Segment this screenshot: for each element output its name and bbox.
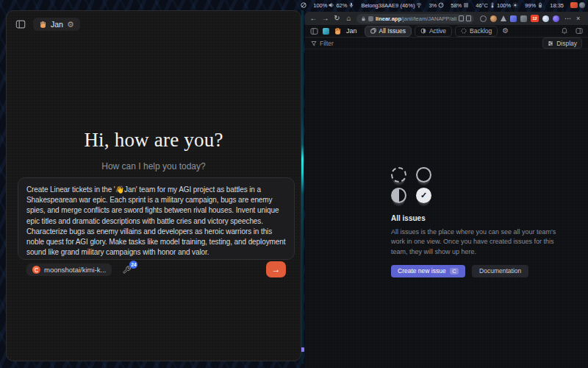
do-not-disturb-icon xyxy=(301,2,306,8)
display-options-button[interactable]: Display xyxy=(542,38,582,49)
temperature-indicator: 46°C 100% xyxy=(476,2,518,9)
documentation-button[interactable]: Documentation xyxy=(472,265,528,277)
empty-state-actions: Create new issue C Documentation xyxy=(391,265,588,277)
thermometer-icon xyxy=(490,2,495,8)
extension-icon-5[interactable] xyxy=(520,15,527,22)
memory-indicator: 58% xyxy=(451,2,469,9)
all-issues-icon xyxy=(370,28,376,34)
extension-icon-8[interactable] xyxy=(553,15,559,22)
model-provider-icon xyxy=(32,266,40,274)
linear-app: Jan All Issues Active Backlog ⚙ xyxy=(305,25,588,368)
create-new-issue-button[interactable]: Create new issue C xyxy=(391,265,465,277)
browser-reload-button[interactable]: ↻ xyxy=(333,15,341,22)
tab-all-issues[interactable]: All Issues xyxy=(365,26,412,37)
model-selector-button[interactable]: moonshotai/kimi-k... xyxy=(26,263,112,276)
mic-icon xyxy=(348,2,354,8)
empty-state-description: All issues is the place where you can se… xyxy=(391,227,566,257)
active-icon xyxy=(420,28,426,34)
team-settings-gear-icon[interactable]: ⚙ xyxy=(67,21,74,29)
tools-button[interactable]: 24 xyxy=(122,265,132,275)
notifications-bell-icon[interactable] xyxy=(561,27,568,35)
greeting-title: Hi, how are you? xyxy=(7,129,301,152)
bookmark-icon[interactable] xyxy=(459,15,464,21)
browser-forward-button[interactable]: → xyxy=(321,15,329,22)
greeting-block: Hi, how are you? How can I help you toda… xyxy=(7,129,301,171)
prompt-input[interactable]: Create Linear tickets in the '👋Jan' team… xyxy=(26,185,286,258)
browser-home-button[interactable]: ⌂ xyxy=(345,15,353,22)
extension-icon-2[interactable] xyxy=(490,15,497,22)
linear-sidebar-toggle-icon[interactable] xyxy=(310,27,318,35)
sidebar-toggle-icon[interactable] xyxy=(15,19,26,29)
browser-toolbar: ← → ↻ ⌂ linear.app/janii/team/JANAPP/all… xyxy=(305,12,588,25)
team-name-label: Jan xyxy=(51,20,63,29)
volume-indicator: 100% 62% xyxy=(313,2,354,9)
linear-view-tabs: All Issues Active Backlog xyxy=(365,26,498,37)
tools-count-badge: 24 xyxy=(129,261,137,269)
linear-filter-bar: Filter Display xyxy=(305,38,588,49)
browser-close-button[interactable]: × xyxy=(576,15,580,22)
linear-team-name: Jan xyxy=(346,27,357,35)
todo-status-icon xyxy=(416,167,431,183)
url-text: linear.app/janii/team/JANAPP/all xyxy=(376,15,456,22)
lock-icon xyxy=(361,16,366,21)
reader-mode-icon[interactable] xyxy=(466,15,471,21)
cpu-indicator: 3% xyxy=(429,2,444,9)
display-sliders-icon xyxy=(548,40,553,46)
shortcut-keycap: C xyxy=(450,268,459,275)
in-progress-status-icon xyxy=(391,188,406,203)
linear-header: Jan All Issues Active Backlog ⚙ xyxy=(305,25,588,38)
filter-button[interactable]: Filter xyxy=(311,40,334,47)
team-selector-button[interactable]: Jan ⚙ xyxy=(33,18,80,31)
extension-icon-7[interactable] xyxy=(542,15,549,22)
backlog-icon xyxy=(461,28,467,34)
view-settings-gear-icon[interactable]: ⚙ xyxy=(502,27,509,35)
empty-state-title: All issues xyxy=(391,214,588,222)
linear-header-right xyxy=(561,27,583,35)
url-host: linear.app xyxy=(376,15,401,22)
right-panel-toggle-icon[interactable] xyxy=(576,27,583,35)
backlog-status-icon xyxy=(391,167,406,183)
tab-backlog[interactable]: Backlog xyxy=(455,26,498,37)
desktop-background: 100% 62% Belong38AAE9 (46%) 3% 58% 46°C … xyxy=(0,0,588,368)
memory-icon xyxy=(463,2,469,8)
dnd-indicator xyxy=(301,2,306,8)
system-status-bar: 100% 62% Belong38AAE9 (46%) 3% 58% 46°C … xyxy=(305,0,588,10)
speaker-icon xyxy=(329,2,334,8)
extension-icon-1[interactable] xyxy=(480,15,487,22)
model-name-label: moonshotai/kimi-k... xyxy=(44,266,106,274)
address-bar[interactable]: linear.app/janii/team/JANAPP/all xyxy=(356,14,474,24)
linear-team-emoji-icon xyxy=(334,27,342,35)
tab-active[interactable]: Active xyxy=(415,26,452,37)
composer-controls: moonshotai/kimi-k... 24 → xyxy=(26,261,286,277)
battery-icon xyxy=(537,2,543,8)
desktop-neon-strip xyxy=(301,10,304,364)
browser-window: ← → ↻ ⌂ linear.app/janii/team/JANAPP/all… xyxy=(305,12,588,368)
empty-state: ✓ All issues All issues is the place whe… xyxy=(305,49,588,277)
send-arrow-icon: → xyxy=(272,264,281,275)
cpu-gauge-icon xyxy=(438,2,444,8)
tray-mail-icon[interactable] xyxy=(570,2,578,8)
workspace-logo-icon[interactable] xyxy=(323,28,329,35)
tray-app-icon[interactable] xyxy=(579,2,585,8)
greeting-subtitle: How can I help you today? xyxy=(7,161,301,171)
extension-icon-4[interactable] xyxy=(510,15,517,22)
jan-titlebar: Jan ⚙ xyxy=(7,11,301,38)
browser-overflow-menu[interactable]: ⋯ xyxy=(564,15,571,22)
browser-back-button[interactable]: ← xyxy=(309,15,318,22)
issue-status-icons: ✓ xyxy=(391,167,442,203)
send-button[interactable]: → xyxy=(266,261,286,277)
extension-icon-3[interactable] xyxy=(501,15,506,21)
jan-app-window: Jan ⚙ Hi, how are you? How can I help yo… xyxy=(6,10,301,361)
tray-icons xyxy=(570,2,585,8)
extension-icons: 12 xyxy=(480,15,559,22)
url-path: /janii/team/JANAPP/all xyxy=(401,15,456,22)
sun-icon xyxy=(512,2,518,8)
done-status-icon: ✓ xyxy=(416,188,431,203)
site-icon xyxy=(368,16,373,21)
network-indicator: Belong38AAE9 (46%) xyxy=(361,2,422,9)
filter-funnel-icon xyxy=(311,40,317,46)
clock: 18:35 xyxy=(550,2,564,9)
extension-icon-6[interactable]: 12 xyxy=(531,15,539,22)
chat-composer[interactable]: Create Linear tickets in the '👋Jan' team… xyxy=(18,177,295,260)
wifi-icon xyxy=(416,2,422,8)
